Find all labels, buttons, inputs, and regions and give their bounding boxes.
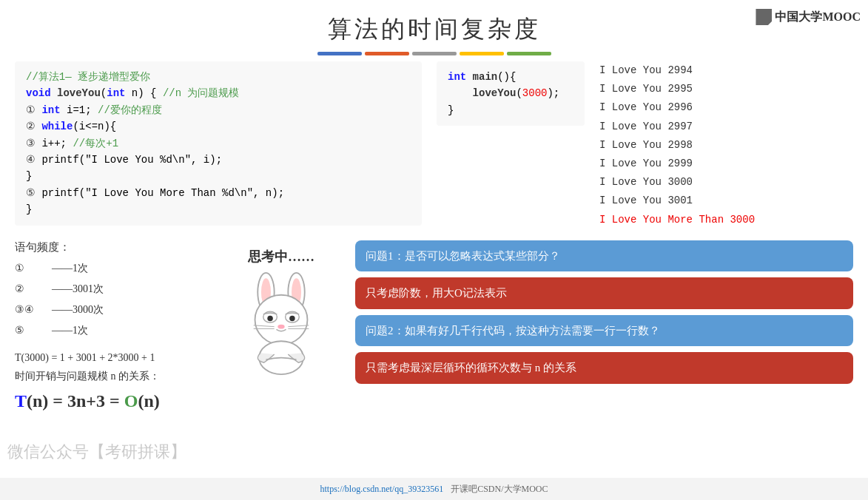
logo: 中国大学MOOC [756, 9, 861, 25]
code-panel: //算法1— 逐步递增型爱你 void loveYou(int n) { //n… [15, 61, 422, 229]
output-item-7: I Love You 3000 [599, 173, 853, 192]
main-code-panel: int main(){ loveYou(3000); } [437, 61, 585, 229]
freq-label-34: ③④ [15, 300, 37, 320]
big-o: O [124, 391, 138, 411]
bottom-bar: https://blog.csdn.net/qq_39323561 开课吧CSD… [0, 478, 868, 500]
logo-text: 中国大学MOOC [775, 10, 861, 25]
circle-5: ⑤ [26, 187, 36, 199]
keyword-void: void [26, 87, 57, 99]
thinking-text: 思考中…… [248, 248, 314, 266]
func-loveyou-call: loveYou [473, 87, 517, 99]
url-text: https://blog.csdn.net/qq_39323561 [320, 484, 443, 495]
func-main: main [473, 71, 498, 83]
code-line1: void loveYou(int n) { //n 为问题规模 [26, 85, 411, 101]
param-n: n) { [132, 87, 157, 99]
content-area: //算法1— 逐步递增型爱你 void loveYou(int n) { //n… [0, 61, 868, 229]
formula-2: 时间开销与问题规模 n 的关系： [15, 367, 207, 385]
circle-3: ③ [26, 138, 36, 149]
output-item-5: I Love You 2998 [599, 136, 853, 155]
color-bar [0, 52, 868, 55]
page-title: 算法的时间复杂度 [0, 13, 868, 46]
bubble-3: 问题2：如果有好几千行代码，按这种方法需要一行一行数？ [355, 315, 853, 347]
frequency-block: 语句频度： ① ——1次 ② ——3001次 ③④ ——3000次 ⑤ ——1次 [15, 240, 207, 418]
freq-val-2: ——3001次 [52, 279, 104, 300]
bubble-2: 只考虑阶数，用大O记法表示 [355, 277, 853, 309]
code-step3: ③ i++; //每次+1 [26, 135, 411, 152]
output-list: I Love You 2994 I Love You 2995 I Love Y… [599, 61, 853, 229]
bubble-4: 只需考虑最深层循环的循环次数与 n 的关系 [355, 352, 853, 384]
watermark: 微信公众号【考研拼课】 [0, 441, 194, 463]
code-step5: ⑤ printf("I Love You More Than %d\n", n)… [26, 185, 411, 201]
bottom-note: 开课吧CSDN/大学MOOC [451, 483, 548, 496]
svg-point-7 [267, 315, 272, 320]
comment-text: //算法1— 逐步递增型爱你 [26, 71, 150, 83]
bubble-2-text: 只考虑阶数，用大O记法表示 [366, 287, 507, 299]
chat-area: 问题1：是否可以忽略表达式某些部分？ 只考虑阶数，用大O记法表示 问题2：如果有… [355, 240, 853, 418]
output-item-6: I Love You 2999 [599, 155, 853, 173]
output-item-2: I Love You 2995 [599, 80, 853, 98]
svg-point-8 [289, 315, 295, 320]
func-name: loveYou [57, 87, 101, 99]
code-close2: } [26, 201, 411, 217]
svg-point-9 [277, 325, 284, 329]
bubble-1-text: 问题1：是否可以忽略表达式某些部分？ [366, 250, 560, 262]
bar-1 [317, 52, 362, 55]
output-item-final: I Love You More Than 3000 [599, 211, 853, 229]
rabbit-area: 思考中…… [222, 240, 340, 418]
output-panel: I Love You 2994 I Love You 2995 I Love Y… [599, 61, 853, 229]
code-close1: } [26, 168, 411, 184]
keyword-int2: int [41, 104, 67, 116]
brace-close1: } [26, 170, 32, 182]
circle-2: ② [26, 121, 36, 132]
output-item-3: I Love You 2996 [599, 98, 853, 117]
comment-param: //n 为问题规模 [163, 87, 240, 99]
bubble-1: 问题1：是否可以忽略表达式某些部分？ [355, 240, 853, 272]
bubble-4-text: 只需考虑最深层循环的循环次数与 n 的关系 [366, 362, 576, 374]
code-comment1: //算法1— 逐步递增型爱你 [26, 69, 411, 85]
formula-3: T(n) = 3n+3 = O(n) [15, 385, 207, 417]
main-line3: } [448, 102, 573, 118]
code-printf1: printf("I Love You %d\n", i); [41, 154, 222, 166]
bar-3 [412, 52, 457, 55]
comment-increment: //每次+1 [73, 138, 118, 149]
main-line2: loveYou(3000); [448, 85, 573, 101]
code-step4: ④ printf("I Love You %d\n", i); [26, 152, 411, 168]
main-container: 中国大学MOOC 算法的时间复杂度 //算法1— 逐步递增型爱你 void lo… [0, 0, 868, 500]
svg-point-4 [255, 294, 308, 344]
logo-icon [756, 9, 772, 25]
rabbit-svg [237, 271, 326, 375]
freq-val-34: ——3000次 [52, 300, 104, 320]
formula-block: T(3000) = 1 + 3001 + 2*3000 + 1 时间开销与问题规… [15, 348, 207, 418]
code-printf2: printf("I Love You More Than %d\n", n); [41, 187, 284, 199]
freq-row-2: ② ——3001次 [15, 279, 207, 300]
bar-5 [507, 52, 551, 55]
freq-row-5: ⑤ ——1次 [15, 320, 207, 341]
code-increment: i++; [41, 138, 73, 149]
formula-1: T(3000) = 1 + 3001 + 2*3000 + 1 [15, 348, 207, 367]
keyword-int-main: int [448, 71, 473, 83]
main-line1: int main(){ [448, 69, 573, 85]
code-step1: ① int i=1; //爱你的程度 [26, 102, 411, 118]
comment-degree: //爱你的程度 [98, 104, 162, 116]
call-param: 3000 [522, 87, 548, 99]
freq-label-5: ⑤ [15, 320, 37, 341]
output-item-1: I Love You 2994 [599, 61, 853, 80]
code-block: //算法1— 逐步递增型爱你 void loveYou(int n) { //n… [15, 61, 422, 226]
code-step2: ② while(i<=n){ [26, 118, 411, 135]
bar-2 [365, 52, 409, 55]
bottom-section: 语句频度： ① ——1次 ② ——3001次 ③④ ——3000次 ⑤ ——1次 [0, 229, 868, 418]
keyword-int: int [107, 87, 125, 99]
freq-row-1: ① ——1次 [15, 258, 207, 279]
bubble-3-text: 问题2：如果有好几千行代码，按这种方法需要一行一行数？ [366, 325, 660, 337]
header: 算法的时间复杂度 [0, 0, 868, 61]
freq-label-2: ② [15, 279, 37, 300]
var-i: i=1; [67, 104, 98, 116]
freq-val-1: ——1次 [52, 258, 88, 279]
brace-close2: } [26, 203, 32, 215]
bar-4 [460, 52, 504, 55]
keyword-while: while [41, 121, 73, 132]
circle-1: ① [26, 104, 36, 116]
freq-row-3: ③④ ——3000次 [15, 300, 207, 320]
freq-label-1: ① [15, 258, 37, 279]
freq-val-5: ——1次 [52, 320, 88, 341]
